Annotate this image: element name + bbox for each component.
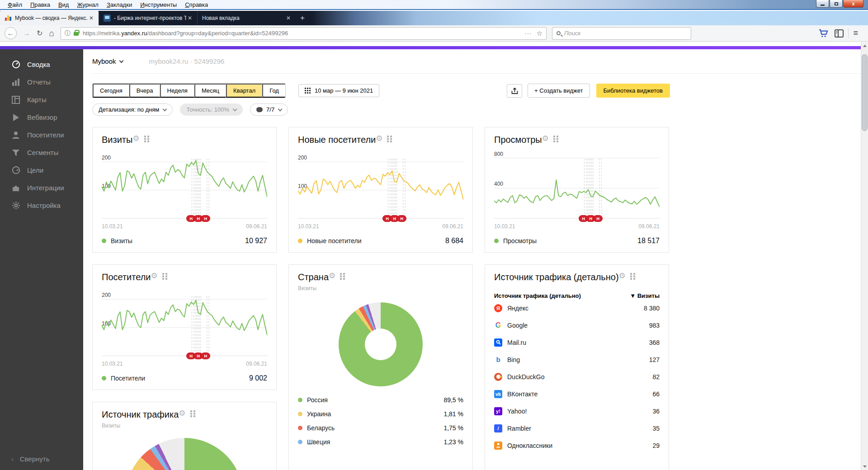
forward-button[interactable]: → <box>23 29 30 38</box>
pie-legend-row: Россия89,5 % <box>298 393 463 407</box>
browser-tab-2[interactable]: - Биржа интернет-проектов Т✕ <box>99 11 197 25</box>
accuracy-dropdown[interactable]: Точность: 100% <box>180 103 243 116</box>
url-bar[interactable]: ⓘ https://metrika.yandex.ru/dashboard?gr… <box>61 27 547 40</box>
gear-icon[interactable]: ⚙ <box>376 135 382 144</box>
chevron-down-icon <box>119 58 123 63</box>
comment-marker-pill[interactable]: Н <box>201 352 210 359</box>
sidebar-item-сегменты[interactable]: Сегменты <box>0 144 83 161</box>
tab-close-icon[interactable]: ✕ <box>186 15 193 21</box>
period-button-год[interactable]: Год <box>262 84 285 98</box>
restore-button[interactable] <box>830 0 843 8</box>
secure-lock-icon[interactable] <box>74 32 79 36</box>
gear-icon[interactable]: ⚙ <box>132 135 139 144</box>
date-range-button[interactable]: 10 мар — 9 июн 2021 <box>298 84 379 97</box>
new-tab-button[interactable]: + <box>296 11 309 25</box>
minimize-button[interactable] <box>816 0 829 8</box>
sidebar-item-отчеты[interactable]: Отчеты <box>0 73 83 91</box>
tab-close-icon[interactable]: ✕ <box>88 15 95 21</box>
reload-button[interactable]: ↻ <box>37 29 42 38</box>
table-col-visits-sort[interactable]: ▼ Визиты <box>630 292 660 299</box>
comment-marker-pill[interactable]: Н <box>201 215 210 222</box>
search-box[interactable]: Поиск <box>552 27 691 40</box>
page-scrollbar[interactable] <box>861 42 868 470</box>
widget-title: Источник трафика (детально) <box>494 272 619 282</box>
drag-handle-icon[interactable] <box>387 136 392 144</box>
chevron-down-icon <box>278 107 283 111</box>
gear-icon[interactable]: ⚙ <box>329 272 335 282</box>
source-visits-value: 8 380 <box>644 305 660 312</box>
source-name: ВКонтакте <box>507 390 652 398</box>
export-button[interactable] <box>507 84 522 98</box>
bookmark-star-icon[interactable]: ☆ <box>536 29 542 38</box>
gear-icon[interactable]: ⚙ <box>151 272 158 282</box>
comment-bubble-icon <box>256 107 263 112</box>
drag-handle-icon[interactable] <box>190 410 195 419</box>
menu-закладки[interactable]: Закладки <box>103 0 136 9</box>
sidebar-item-карты[interactable]: Карты <box>0 91 83 108</box>
segments-icon <box>11 148 20 157</box>
menu-файл[interactable]: Файл <box>4 0 26 9</box>
table-row: Mail.ru368 <box>494 334 660 351</box>
widget-subtitle: Визиты <box>298 285 329 291</box>
sidebars-icon[interactable] <box>835 29 844 38</box>
sidebar-item-label: Вебвизор <box>27 113 57 121</box>
drag-handle-icon[interactable] <box>340 273 345 282</box>
sidebar-item-настройка[interactable]: Настройка <box>0 197 83 214</box>
home-button[interactable]: ⌂ <box>49 28 54 38</box>
close-button[interactable]: x <box>843 0 863 8</box>
sidebar-item-вебвизор[interactable]: Вебвизор <box>0 108 83 126</box>
drag-handle-icon[interactable] <box>553 136 558 144</box>
source-visits-value: 29 <box>652 442 660 449</box>
period-button-неделя[interactable]: Неделя <box>160 84 194 98</box>
cart-icon[interactable] <box>818 29 828 38</box>
period-button-квартал[interactable]: Квартал <box>226 84 262 98</box>
menu-инструменты[interactable]: Инструменты <box>136 0 181 9</box>
page-actions-icon[interactable]: ··· <box>524 30 532 37</box>
comment-marker-pill[interactable]: Н <box>397 215 406 222</box>
period-button-вчера[interactable]: Вчера <box>129 84 160 98</box>
menu-справка[interactable]: Справка <box>181 0 212 9</box>
browser-tab-1[interactable]: Mybook — сводка — Яндекс.М✕ <box>0 11 99 25</box>
gear-icon[interactable]: ⚙ <box>542 135 549 144</box>
scrollbar-thumb[interactable] <box>862 54 868 131</box>
svg-text:200: 200 <box>298 155 307 161</box>
drag-handle-icon[interactable] <box>144 136 149 144</box>
detail-dropdown[interactable]: Детализация: по дням <box>92 103 173 116</box>
menu-правка[interactable]: Правка <box>26 0 54 9</box>
url-text[interactable]: https://metrika.yandex.ru/dashboard?grou… <box>83 30 520 37</box>
period-button-сегодня[interactable]: Сегодня <box>93 84 129 98</box>
brand-top-bar <box>0 46 861 49</box>
counter-switcher[interactable]: Mybook <box>92 57 123 65</box>
table-col-dimension[interactable]: Источник трафика (детально) <box>494 292 581 299</box>
browser-tabbar: Mybook — сводка — Яндекс.М✕- Биржа интер… <box>0 11 868 25</box>
scroll-up-arrow[interactable] <box>861 42 868 49</box>
menu-вид[interactable]: Вид <box>54 0 73 9</box>
scroll-down-arrow[interactable] <box>861 463 868 470</box>
sidebar-item-интеграции[interactable]: Интеграции <box>0 179 83 197</box>
drag-handle-icon[interactable] <box>162 273 167 282</box>
gear-icon[interactable]: ⚙ <box>179 409 185 419</box>
sidebar-item-цели[interactable]: Цели <box>0 161 83 179</box>
source-visits-value: 82 <box>652 373 660 381</box>
rambler-icon: / <box>494 424 502 432</box>
widget-library-button[interactable]: Библиотека виджетов <box>596 84 670 98</box>
sidebar-item-сводка[interactable]: Сводка <box>0 56 83 73</box>
back-button[interactable]: ← <box>5 27 17 39</box>
sidebar-collapse-button[interactable]: ‹ Свернуть <box>11 455 49 463</box>
tab-close-icon[interactable]: ✕ <box>285 15 292 21</box>
gear-icon[interactable]: ⚙ <box>619 272 626 282</box>
sidebar-item-label: Настройка <box>27 202 61 209</box>
menu-hamburger-icon[interactable]: ≡ <box>853 28 858 38</box>
minimize-icon <box>821 5 825 6</box>
sidebar-item-посетители[interactable]: Посетители <box>0 126 83 144</box>
widget-visitors: Посетители⚙100200ННН10.03.2109.06.21Посе… <box>92 264 277 390</box>
menu-журнал[interactable]: Журнал <box>73 0 102 9</box>
period-button-месяц[interactable]: Месяц <box>194 84 226 98</box>
create-widget-button[interactable]: + Создать виджет <box>528 84 590 98</box>
comment-marker-pill[interactable]: Н <box>593 215 603 222</box>
drag-handle-icon[interactable] <box>630 273 635 282</box>
browser-tab-3[interactable]: Новая вкладка✕ <box>197 11 296 25</box>
comments-dropdown[interactable]: 7/7 <box>250 103 288 116</box>
widget-legend: Новые посетители8 684 <box>298 237 463 245</box>
site-info-icon[interactable]: ⓘ <box>65 29 71 38</box>
